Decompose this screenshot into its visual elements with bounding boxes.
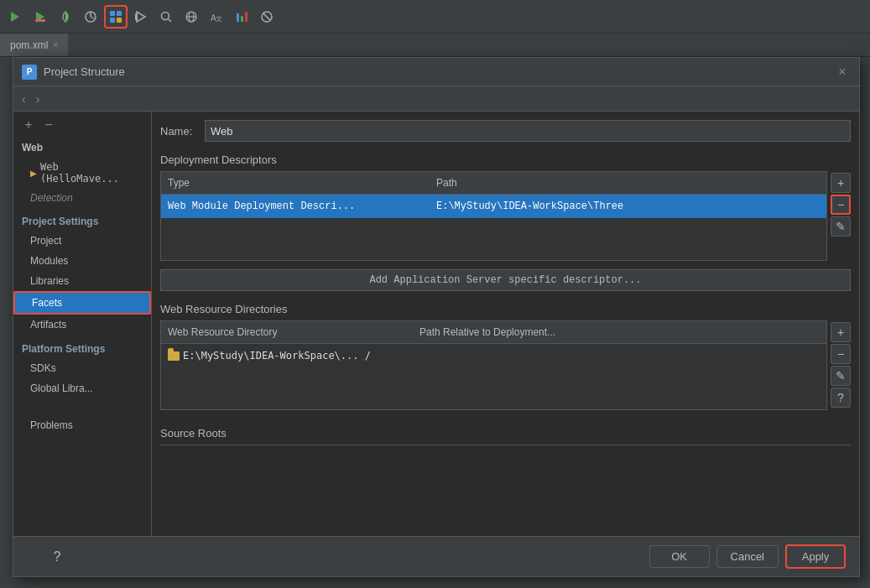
- svg-text:文: 文: [216, 15, 222, 23]
- wr-add-button[interactable]: +: [831, 322, 851, 342]
- sidebar-detection-label: Detection: [13, 189, 151, 207]
- wr-table: Web Resource Directory Path Relative to …: [160, 320, 827, 410]
- profile-icon[interactable]: [79, 5, 102, 29]
- sidebar-item-libraries[interactable]: Libraries: [13, 271, 151, 291]
- find-icon[interactable]: [154, 5, 178, 29]
- row-type-cell: Web Module Deployment Descri...: [161, 199, 430, 214]
- sidebar-web-label: Web: [13, 138, 151, 157]
- sidebar-item-modules[interactable]: Modules: [13, 251, 151, 271]
- run-icon[interactable]: [3, 5, 27, 29]
- project-settings-header: Project Settings: [13, 207, 151, 231]
- wr-path-header: Path Relative to Deployment...: [413, 325, 826, 340]
- translate2-icon[interactable]: A 文: [205, 5, 228, 29]
- nav-forward-button[interactable]: ›: [33, 91, 44, 107]
- web-resource-section: Web Resource Directory Path Relative to …: [160, 320, 851, 410]
- translate-icon[interactable]: [180, 5, 203, 29]
- sidebar-tree-item-label: Web (HelloMave...: [40, 161, 143, 185]
- deployment-remove-button[interactable]: −: [831, 195, 851, 215]
- svg-marker-0: [11, 12, 19, 22]
- stop-icon[interactable]: [255, 5, 279, 29]
- row-path-cell: E:\MyStudy\IDEA-WorkSpace\Three: [430, 199, 826, 214]
- deployment-side-actions: + − ✎: [831, 171, 851, 261]
- sidebar-add-button[interactable]: +: [20, 117, 37, 133]
- svg-rect-9: [117, 18, 122, 23]
- wr-table-row[interactable]: E:\MyStudy\IDEA-WorkSpace\... /: [161, 344, 826, 367]
- svg-rect-20: [241, 16, 243, 22]
- svg-rect-19: [237, 13, 239, 22]
- platform-settings-header: Platform Settings: [13, 335, 151, 358]
- debug-icon[interactable]: [29, 5, 52, 29]
- folder-icon: [168, 351, 180, 361]
- project-structure-icon[interactable]: [104, 5, 128, 29]
- svg-rect-7: [117, 11, 122, 16]
- deployment-descriptors-title: Deployment Descriptors: [160, 154, 851, 166]
- cancel-button[interactable]: Cancel: [716, 545, 779, 568]
- wr-table-header: Web Resource Directory Path Relative to …: [161, 321, 826, 344]
- sidebar-add-remove: + −: [13, 112, 151, 138]
- tab-close-btn[interactable]: ×: [53, 40, 58, 49]
- dialog-title-text: Project Structure: [44, 65, 834, 78]
- name-row: Name:: [160, 120, 851, 142]
- svg-rect-8: [110, 18, 115, 23]
- wr-side-actions: + − ✎ ?: [831, 320, 851, 410]
- source-roots-title: Source Roots: [160, 427, 851, 440]
- sidebar-item-artifacts[interactable]: Artifacts: [13, 315, 151, 335]
- tab-label: pom.xml: [10, 39, 48, 51]
- svg-marker-10: [137, 12, 145, 22]
- deployment-edit-button[interactable]: ✎: [831, 216, 851, 237]
- project-structure-dialog: P Project Structure × ‹ › + − Web ▶ Web …: [13, 57, 860, 577]
- svg-rect-11: [135, 13, 138, 20]
- web-resource-title: Web Resource Directories: [160, 303, 851, 315]
- chart-icon[interactable]: [230, 5, 253, 29]
- tab-pom-xml[interactable]: pom.xml ×: [0, 34, 69, 56]
- content-area: Name: Deployment Descriptors Type Path W…: [152, 112, 859, 536]
- path-column-header: Path: [430, 175, 826, 190]
- sidebar-item-problems[interactable]: Problems: [13, 415, 151, 435]
- svg-rect-21: [245, 12, 247, 22]
- svg-line-13: [169, 18, 172, 22]
- svg-point-12: [162, 12, 169, 19]
- table-row[interactable]: Web Module Deployment Descri... E:\MyStu…: [161, 195, 826, 218]
- wr-remove-button[interactable]: −: [831, 344, 851, 364]
- sidebar: + − Web ▶ Web (HelloMave... Detection Pr…: [13, 112, 152, 536]
- wr-dir-cell: E:\MyStudy\IDEA-WorkSpace\... /: [161, 348, 413, 363]
- name-label: Name:: [160, 125, 198, 138]
- wr-dir-header: Web Resource Directory: [161, 325, 413, 340]
- deployment-descriptors-section: Type Path Web Module Deployment Descri..…: [160, 171, 851, 261]
- dialog-close-button[interactable]: ×: [834, 64, 851, 81]
- add-descriptor-button[interactable]: Add Application Server specific descript…: [160, 269, 851, 291]
- svg-rect-2: [35, 19, 45, 22]
- coverage-icon[interactable]: [54, 5, 77, 29]
- edit-config-icon[interactable]: [129, 5, 153, 29]
- type-column-header: Type: [161, 175, 430, 190]
- deployment-table: Type Path Web Module Deployment Descri..…: [160, 171, 827, 261]
- deployment-add-button[interactable]: +: [831, 173, 851, 193]
- svg-line-23: [263, 13, 270, 20]
- toolbar: A 文: [0, 0, 870, 34]
- dialog-body: + − Web ▶ Web (HelloMave... Detection Pr…: [13, 112, 859, 536]
- sidebar-item-facets[interactable]: Facets: [13, 291, 151, 315]
- sidebar-tree-web-item[interactable]: ▶ Web (HelloMave...: [13, 157, 151, 189]
- dialog-nav: ‹ ›: [13, 86, 859, 112]
- name-input[interactable]: [205, 120, 851, 142]
- help-button[interactable]: ?: [27, 545, 87, 569]
- dialog-titlebar: P Project Structure ×: [13, 58, 859, 86]
- svg-rect-6: [110, 11, 115, 16]
- source-roots-section: Source Roots: [160, 427, 851, 445]
- dialog-footer: ? OK Cancel Apply: [13, 536, 859, 576]
- sidebar-item-global-libraries[interactable]: Global Libra...: [13, 378, 151, 398]
- wr-help-button[interactable]: ?: [831, 388, 851, 408]
- wr-edit-button[interactable]: ✎: [831, 366, 851, 386]
- deployment-table-header: Type Path: [161, 172, 826, 195]
- tab-bar: pom.xml ×: [0, 34, 870, 57]
- sidebar-item-sdks[interactable]: SDKs: [13, 358, 151, 378]
- svg-line-5: [91, 17, 94, 18]
- apply-button[interactable]: Apply: [785, 544, 846, 569]
- wr-path-cell: [413, 354, 826, 357]
- nav-back-button[interactable]: ‹: [18, 91, 29, 107]
- dialog-title-icon: P: [22, 65, 37, 80]
- sidebar-item-project[interactable]: Project: [13, 231, 151, 251]
- ok-button[interactable]: OK: [649, 545, 710, 568]
- sidebar-remove-button[interactable]: −: [40, 117, 57, 133]
